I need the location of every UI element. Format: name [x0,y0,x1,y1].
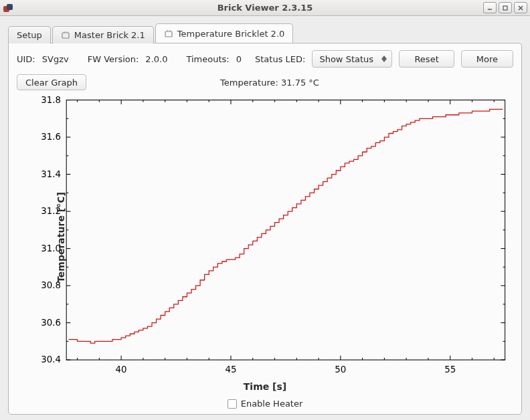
status-led-value: Show Status [319,54,373,64]
status-led-select[interactable]: Show Status [312,50,392,68]
tab-setup[interactable]: Setup [8,26,51,43]
info-row: UID: SVgzv FW Version: 2.0.0 Timeouts: 0… [17,50,513,68]
svg-rect-1 [7,4,13,10]
footer-row: Enable Heater [17,399,513,409]
y-axis-label: Temperature [°C] [56,192,66,283]
svg-rect-3 [503,6,507,10]
svg-text:50: 50 [335,364,346,375]
svg-text:31.6: 31.6 [41,131,61,142]
svg-text:45: 45 [225,364,236,375]
status-led-label: Status LED: [255,54,305,64]
x-axis-label: Time [s] [17,381,513,392]
uid-label: UID: [17,54,35,64]
enable-heater-label: Enable Heater [241,399,303,409]
window-controls [483,2,527,13]
maximize-button[interactable] [499,2,512,13]
enable-heater-checkbox[interactable] [228,399,237,409]
svg-rect-12 [66,100,505,360]
window-title: Brick Viewer 2.3.15 [0,3,530,13]
brick-icon [61,31,70,40]
app-icon [3,3,13,13]
clear-graph-button[interactable]: Clear Graph [17,74,86,90]
chart-area: Temperature [°C] 30.430.630.831.031.231.… [17,94,513,380]
timeouts-value: 0 [236,54,242,64]
svg-text:31.8: 31.8 [41,94,61,105]
svg-rect-6 [62,33,69,38]
close-button[interactable] [514,2,527,13]
select-spin-icon [379,52,389,66]
svg-text:40: 40 [116,364,127,375]
svg-text:30.6: 30.6 [41,317,61,328]
tab-bar: Setup Master Brick 2.1 Temperature Brick… [8,23,522,43]
graph-title: Temperature: 31.75 °C [86,78,453,88]
uid-value: SVgzv [42,54,69,64]
svg-text:55: 55 [444,364,456,375]
tab-temperature-bricklet[interactable]: Temperature Bricklet 2.0 [155,23,294,43]
svg-text:31.4: 31.4 [41,169,61,179]
graph-header: Clear Graph Temperature: 31.75 °C [17,74,513,90]
tab-label: Temperature Bricklet 2.0 [177,29,285,39]
timeouts-label: Timeouts: [186,54,229,64]
svg-text:30.4: 30.4 [41,354,61,364]
fw-version-label: FW Version: [88,54,139,64]
tab-master-brick[interactable]: Master Brick 2.1 [52,26,154,43]
reset-button[interactable]: Reset [399,50,454,68]
window-body: Setup Master Brick 2.1 Temperature Brick… [0,16,530,420]
svg-rect-9 [165,31,172,37]
tab-label: Master Brick 2.1 [74,30,145,40]
more-button[interactable]: More [461,50,513,68]
minimize-button[interactable] [483,2,497,13]
temperature-chart: 30.430.630.831.031.231.431.631.840455055 [17,94,513,380]
window-titlebar: Brick Viewer 2.3.15 [0,0,530,16]
bricklet-icon [164,29,173,39]
fw-version-value: 2.0.0 [145,54,167,64]
tab-content: UID: SVgzv FW Version: 2.0.0 Timeouts: 0… [8,43,522,415]
tab-label: Setup [17,30,42,40]
